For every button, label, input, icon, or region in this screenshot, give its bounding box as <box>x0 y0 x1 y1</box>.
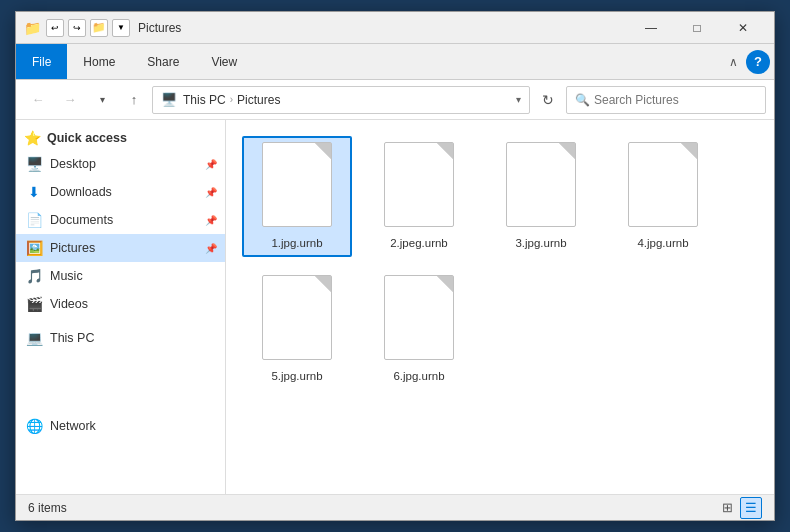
status-bar: 6 items ⊞ ☰ <box>16 494 774 520</box>
view-toggle: ⊞ ☰ <box>716 497 762 519</box>
file-grid: 1.jpg.urnb 2.jpeg.urnb <box>242 136 758 390</box>
ribbon-file-tab[interactable]: File <box>16 44 67 79</box>
ribbon-tab-home[interactable]: Home <box>67 44 131 79</box>
ribbon-tab-view[interactable]: View <box>195 44 253 79</box>
desktop-icon: 🖥️ <box>24 154 44 174</box>
pin-icon-desktop: 📌 <box>205 159 217 170</box>
file-item-4jpg[interactable]: 4.jpg.urnb <box>608 136 718 257</box>
file-name-5: 5.jpg.urnb <box>271 369 322 384</box>
pin-icon-documents: 📌 <box>205 215 217 226</box>
sidebar-item-desktop[interactable]: 🖥️ Desktop 📌 <box>16 150 225 178</box>
file-name-3: 3.jpg.urnb <box>515 236 566 251</box>
ribbon-right: ∧ ? <box>723 44 774 79</box>
file-thumbnail-2 <box>379 142 459 232</box>
downloads-icon: ⬇ <box>24 182 44 202</box>
downloads-label: Downloads <box>50 185 201 199</box>
file-item-2jpeg[interactable]: 2.jpeg.urnb <box>364 136 474 257</box>
this-pc-label: This PC <box>50 331 217 345</box>
item-count: 6 items <box>28 501 67 515</box>
file-name-2: 2.jpeg.urnb <box>390 236 448 251</box>
file-thumbnail-6 <box>379 275 459 365</box>
file-page-4 <box>628 142 698 227</box>
ribbon-tab-share[interactable]: Share <box>131 44 195 79</box>
sidebar-item-music[interactable]: 🎵 Music <box>16 262 225 290</box>
path-separator-1: › <box>230 94 233 105</box>
qat-redo-button[interactable]: ↪ <box>68 19 86 37</box>
documents-icon: 📄 <box>24 210 44 230</box>
sidebar-item-network[interactable]: 🌐 Network <box>16 412 225 440</box>
file-icon-6 <box>379 275 459 365</box>
file-item-3jpg[interactable]: 3.jpg.urnb <box>486 136 596 257</box>
file-thumbnail-4 <box>623 142 703 232</box>
address-path[interactable]: 🖥️ This PC › Pictures ▾ <box>152 86 530 114</box>
quick-access-toolbar: ↩ ↪ 📁 ▼ <box>46 19 130 37</box>
sidebar-item-downloads[interactable]: ⬇ Downloads 📌 <box>16 178 225 206</box>
file-area[interactable]: 1.jpg.urnb 2.jpeg.urnb <box>226 120 774 494</box>
sidebar-item-pictures[interactable]: 🖼️ Pictures 📌 <box>16 234 225 262</box>
quick-access-section: 🖥️ Desktop 📌 ⬇ Downloads 📌 📄 Documents 📌… <box>16 148 225 320</box>
window-title: Pictures <box>138 21 628 35</box>
nav-dropdown-button[interactable]: ▾ <box>88 86 116 114</box>
desktop-label: Desktop <box>50 157 201 171</box>
videos-label: Videos <box>50 297 217 311</box>
forward-button[interactable]: → <box>56 86 84 114</box>
minimize-button[interactable]: — <box>628 12 674 44</box>
music-icon: 🎵 <box>24 266 44 286</box>
path-this-pc[interactable]: This PC <box>183 93 226 107</box>
maximize-button[interactable]: □ <box>674 12 720 44</box>
sidebar-item-videos[interactable]: 🎬 Videos <box>16 290 225 318</box>
network-label: Network <box>50 419 217 433</box>
path-dropdown-arrow[interactable]: ▾ <box>516 94 521 105</box>
ribbon-collapse-button[interactable]: ∧ <box>723 51 744 73</box>
pin-icon-pictures: 📌 <box>205 243 217 254</box>
pin-icon-downloads: 📌 <box>205 187 217 198</box>
file-page-1 <box>262 142 332 227</box>
file-item-6jpg[interactable]: 6.jpg.urnb <box>364 269 474 390</box>
pictures-label: Pictures <box>50 241 201 255</box>
up-button[interactable]: ↑ <box>120 86 148 114</box>
window-icon: 📁 <box>24 20 40 36</box>
file-item-5jpg[interactable]: 5.jpg.urnb <box>242 269 352 390</box>
sidebar: ⭐ Quick access 🖥️ Desktop 📌 ⬇ Downloads … <box>16 120 226 494</box>
ribbon: File Home Share View ∧ ? <box>16 44 774 80</box>
file-thumbnail-3 <box>501 142 581 232</box>
window-controls: — □ ✕ <box>628 12 766 44</box>
qat-undo-button[interactable]: ↩ <box>46 19 64 37</box>
videos-icon: 🎬 <box>24 294 44 314</box>
file-icon-5 <box>257 275 337 365</box>
search-box[interactable]: 🔍 <box>566 86 766 114</box>
file-page-3 <box>506 142 576 227</box>
search-icon: 🔍 <box>575 93 590 107</box>
list-view-button[interactable]: ☰ <box>740 497 762 519</box>
music-label: Music <box>50 269 217 283</box>
file-page-2 <box>384 142 454 227</box>
file-page-6 <box>384 275 454 360</box>
network-icon: 🌐 <box>24 416 44 436</box>
qat-dropdown-button[interactable]: ▼ <box>112 19 130 37</box>
documents-label: Documents <box>50 213 201 227</box>
file-icon-4 <box>623 142 703 232</box>
search-input[interactable] <box>594 93 757 107</box>
qat-folder-button[interactable]: 📁 <box>90 19 108 37</box>
file-thumbnail-1 <box>257 142 337 232</box>
quick-access-label: Quick access <box>47 131 127 145</box>
title-bar: 📁 ↩ ↪ 📁 ▼ Pictures — □ ✕ <box>16 12 774 44</box>
file-name-6: 6.jpg.urnb <box>393 369 444 384</box>
sidebar-item-documents[interactable]: 📄 Documents 📌 <box>16 206 225 234</box>
file-item-1jpg[interactable]: 1.jpg.urnb <box>242 136 352 257</box>
path-pictures[interactable]: Pictures <box>237 93 280 107</box>
quick-access-header[interactable]: ⭐ Quick access <box>16 124 225 148</box>
sidebar-item-this-pc[interactable]: 💻 This PC <box>16 324 225 352</box>
tile-view-button[interactable]: ⊞ <box>716 497 738 519</box>
this-pc-icon: 💻 <box>24 328 44 348</box>
file-icon-1 <box>257 142 337 232</box>
help-button[interactable]: ? <box>746 50 770 74</box>
file-name-1: 1.jpg.urnb <box>271 236 322 251</box>
back-button[interactable]: ← <box>24 86 52 114</box>
pictures-icon: 🖼️ <box>24 238 44 258</box>
file-page-5 <box>262 275 332 360</box>
refresh-button[interactable]: ↻ <box>534 86 562 114</box>
quick-access-icon: ⭐ <box>24 130 41 146</box>
file-thumbnail-5 <box>257 275 337 365</box>
close-button[interactable]: ✕ <box>720 12 766 44</box>
